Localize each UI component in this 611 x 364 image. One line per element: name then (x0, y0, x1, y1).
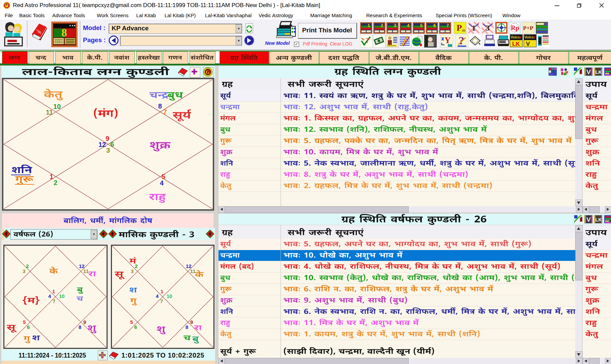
svg-text:6: 6 (433, 23, 436, 28)
svg-text:Rp: Rp (511, 24, 519, 31)
svg-text:?: ? (459, 35, 464, 47)
svg-text:?: ? (366, 36, 369, 44)
svg-text:3: 3 (394, 23, 396, 28)
svg-text:Voice: Voice (524, 35, 534, 39)
svg-text:P+P: P+P (523, 25, 533, 31)
svg-text:3: 3 (486, 24, 490, 32)
svg-text:4: 4 (407, 23, 410, 28)
svg-text:Y: Y (444, 35, 451, 45)
svg-text:5: 5 (420, 23, 423, 28)
svg-text:V: V (586, 68, 591, 75)
svg-text:LK: LK (595, 217, 602, 222)
svg-text:LK: LK (512, 41, 520, 47)
svg-text:2: 2 (381, 23, 383, 28)
svg-text:8: 8 (61, 26, 67, 39)
svg-text:P: P (457, 23, 462, 33)
svg-text:7: 7 (446, 23, 449, 28)
svg-text:V: V (586, 216, 591, 223)
svg-text:1: 1 (368, 23, 370, 28)
svg-text:V: V (526, 41, 530, 47)
svg-text:G: G (206, 69, 210, 75)
svg-text:Voice: Voice (511, 35, 520, 39)
svg-text:1: 1 (472, 24, 476, 32)
svg-text:LK: LK (595, 69, 602, 75)
